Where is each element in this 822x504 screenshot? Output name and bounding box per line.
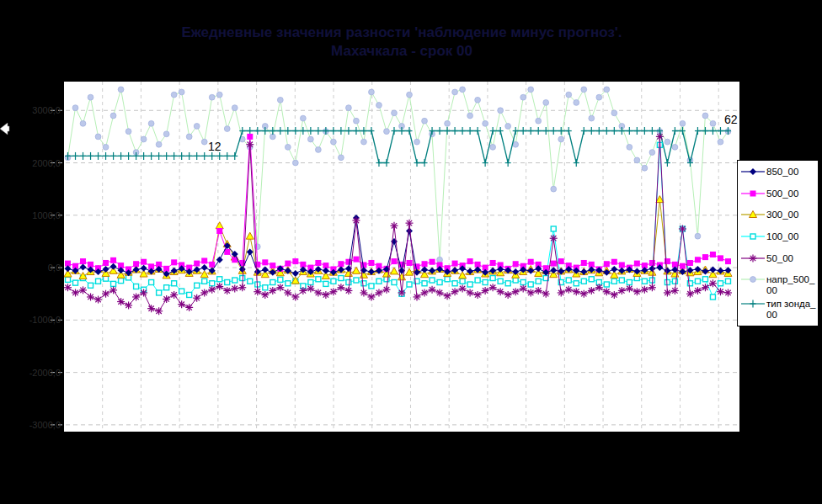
y-axis-tick-label: 1000,0 xyxy=(32,210,61,220)
legend-box: 850_00500_00300_00100_0050_00напр_500_00… xyxy=(737,160,819,326)
y-axis-tick-label: -3000,0 xyxy=(29,420,61,430)
annotation-12: 12 xyxy=(208,140,222,153)
legend-item-напр_500_00[interactable]: напр_500_00 xyxy=(739,273,816,296)
legend-item-50_00[interactable]: 50_00 xyxy=(739,252,816,273)
legend-label: 300_00 xyxy=(766,209,798,220)
y-axis-tick-label: 0,0 xyxy=(48,263,61,273)
legend-item-500_00[interactable]: 500_00 xyxy=(739,188,816,208)
legend-item-300_00[interactable]: 300_00 xyxy=(739,209,816,229)
legend-label: 100_00 xyxy=(766,231,798,242)
legend-label: напр_500_00 xyxy=(766,273,816,296)
legend-label: 50_00 xyxy=(766,252,793,264)
chart-canvas[interactable]: 3000,02000,01000,00,0-1000,0-2000,0-3000… xyxy=(0,0,822,504)
legend-item-100_00[interactable]: 100_00 xyxy=(739,231,816,251)
annotation-62: 62 xyxy=(724,113,738,126)
y-axis-tick-label: -2000,0 xyxy=(29,368,61,378)
legend-marker-dot-icon xyxy=(739,273,766,285)
mouse-cursor-icon xyxy=(0,121,10,138)
legend-item-850_00[interactable]: 850_00 xyxy=(739,166,816,186)
legend-marker-triangle-icon xyxy=(739,209,766,220)
legend-marker-plus-icon xyxy=(739,298,766,310)
y-axis-tick-label: -1000,0 xyxy=(29,315,61,325)
legend-marker-asterisk-icon xyxy=(739,252,766,264)
y-axis-tick-label: 3000,0 xyxy=(32,105,61,115)
legend-item-тип зонда_00[interactable]: тип зонда_00 xyxy=(739,298,816,321)
legend-label: 500_00 xyxy=(766,188,798,199)
chart-window: Ежедневные значения разности 'наблюдение… xyxy=(0,0,822,504)
legend-marker-diamond-icon xyxy=(739,166,766,178)
legend-marker-open-square-icon xyxy=(739,231,766,242)
legend-label: тип зонда_00 xyxy=(766,298,816,321)
legend-marker-square-icon xyxy=(739,188,766,199)
y-axis-tick-label: 2000,0 xyxy=(32,158,61,168)
legend-label: 850_00 xyxy=(766,166,798,178)
